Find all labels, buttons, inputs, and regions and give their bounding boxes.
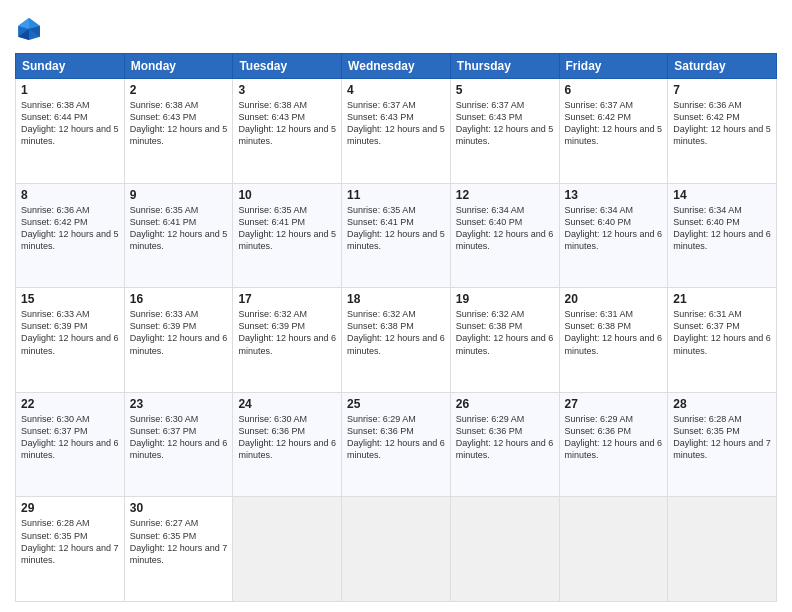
day-number: 16 bbox=[130, 292, 228, 306]
weekday-header-sunday: Sunday bbox=[16, 54, 125, 79]
calendar-cell: 26 Sunrise: 6:29 AMSunset: 6:36 PMDaylig… bbox=[450, 392, 559, 497]
calendar-cell bbox=[450, 497, 559, 602]
cell-content: Sunrise: 6:36 AMSunset: 6:42 PMDaylight:… bbox=[673, 99, 771, 148]
calendar-cell: 23 Sunrise: 6:30 AMSunset: 6:37 PMDaylig… bbox=[124, 392, 233, 497]
calendar-cell bbox=[668, 497, 777, 602]
weekday-header-saturday: Saturday bbox=[668, 54, 777, 79]
cell-content: Sunrise: 6:27 AMSunset: 6:35 PMDaylight:… bbox=[130, 517, 228, 566]
weekday-header-monday: Monday bbox=[124, 54, 233, 79]
calendar-cell: 29 Sunrise: 6:28 AMSunset: 6:35 PMDaylig… bbox=[16, 497, 125, 602]
week-row-2: 8 Sunrise: 6:36 AMSunset: 6:42 PMDayligh… bbox=[16, 183, 777, 288]
day-number: 6 bbox=[565, 83, 663, 97]
calendar-cell: 16 Sunrise: 6:33 AMSunset: 6:39 PMDaylig… bbox=[124, 288, 233, 393]
cell-content: Sunrise: 6:32 AMSunset: 6:38 PMDaylight:… bbox=[347, 308, 445, 357]
day-number: 9 bbox=[130, 188, 228, 202]
calendar-cell: 28 Sunrise: 6:28 AMSunset: 6:35 PMDaylig… bbox=[668, 392, 777, 497]
day-number: 20 bbox=[565, 292, 663, 306]
calendar-cell: 20 Sunrise: 6:31 AMSunset: 6:38 PMDaylig… bbox=[559, 288, 668, 393]
calendar-cell: 4 Sunrise: 6:37 AMSunset: 6:43 PMDayligh… bbox=[342, 79, 451, 184]
logo-icon bbox=[15, 15, 43, 43]
cell-content: Sunrise: 6:29 AMSunset: 6:36 PMDaylight:… bbox=[347, 413, 445, 462]
day-number: 1 bbox=[21, 83, 119, 97]
day-number: 8 bbox=[21, 188, 119, 202]
cell-content: Sunrise: 6:32 AMSunset: 6:38 PMDaylight:… bbox=[456, 308, 554, 357]
calendar-cell: 10 Sunrise: 6:35 AMSunset: 6:41 PMDaylig… bbox=[233, 183, 342, 288]
day-number: 23 bbox=[130, 397, 228, 411]
calendar-cell: 1 Sunrise: 6:38 AMSunset: 6:44 PMDayligh… bbox=[16, 79, 125, 184]
cell-content: Sunrise: 6:29 AMSunset: 6:36 PMDaylight:… bbox=[456, 413, 554, 462]
day-number: 26 bbox=[456, 397, 554, 411]
week-row-3: 15 Sunrise: 6:33 AMSunset: 6:39 PMDaylig… bbox=[16, 288, 777, 393]
calendar-cell: 25 Sunrise: 6:29 AMSunset: 6:36 PMDaylig… bbox=[342, 392, 451, 497]
calendar-cell: 22 Sunrise: 6:30 AMSunset: 6:37 PMDaylig… bbox=[16, 392, 125, 497]
day-number: 18 bbox=[347, 292, 445, 306]
cell-content: Sunrise: 6:37 AMSunset: 6:43 PMDaylight:… bbox=[456, 99, 554, 148]
cell-content: Sunrise: 6:36 AMSunset: 6:42 PMDaylight:… bbox=[21, 204, 119, 253]
cell-content: Sunrise: 6:34 AMSunset: 6:40 PMDaylight:… bbox=[456, 204, 554, 253]
day-number: 10 bbox=[238, 188, 336, 202]
calendar-cell: 5 Sunrise: 6:37 AMSunset: 6:43 PMDayligh… bbox=[450, 79, 559, 184]
calendar-cell: 24 Sunrise: 6:30 AMSunset: 6:36 PMDaylig… bbox=[233, 392, 342, 497]
day-number: 14 bbox=[673, 188, 771, 202]
logo bbox=[15, 15, 47, 43]
day-number: 2 bbox=[130, 83, 228, 97]
week-row-1: 1 Sunrise: 6:38 AMSunset: 6:44 PMDayligh… bbox=[16, 79, 777, 184]
calendar-cell: 9 Sunrise: 6:35 AMSunset: 6:41 PMDayligh… bbox=[124, 183, 233, 288]
calendar-header-row: SundayMondayTuesdayWednesdayThursdayFrid… bbox=[16, 54, 777, 79]
week-row-4: 22 Sunrise: 6:30 AMSunset: 6:37 PMDaylig… bbox=[16, 392, 777, 497]
weekday-header-wednesday: Wednesday bbox=[342, 54, 451, 79]
calendar-cell: 21 Sunrise: 6:31 AMSunset: 6:37 PMDaylig… bbox=[668, 288, 777, 393]
day-number: 28 bbox=[673, 397, 771, 411]
day-number: 4 bbox=[347, 83, 445, 97]
calendar-body: 1 Sunrise: 6:38 AMSunset: 6:44 PMDayligh… bbox=[16, 79, 777, 602]
day-number: 3 bbox=[238, 83, 336, 97]
calendar-cell bbox=[233, 497, 342, 602]
weekday-header-friday: Friday bbox=[559, 54, 668, 79]
calendar-cell: 18 Sunrise: 6:32 AMSunset: 6:38 PMDaylig… bbox=[342, 288, 451, 393]
cell-content: Sunrise: 6:38 AMSunset: 6:43 PMDaylight:… bbox=[238, 99, 336, 148]
cell-content: Sunrise: 6:38 AMSunset: 6:44 PMDaylight:… bbox=[21, 99, 119, 148]
calendar-cell bbox=[559, 497, 668, 602]
day-number: 21 bbox=[673, 292, 771, 306]
cell-content: Sunrise: 6:30 AMSunset: 6:37 PMDaylight:… bbox=[130, 413, 228, 462]
cell-content: Sunrise: 6:28 AMSunset: 6:35 PMDaylight:… bbox=[673, 413, 771, 462]
cell-content: Sunrise: 6:35 AMSunset: 6:41 PMDaylight:… bbox=[130, 204, 228, 253]
calendar-cell: 13 Sunrise: 6:34 AMSunset: 6:40 PMDaylig… bbox=[559, 183, 668, 288]
cell-content: Sunrise: 6:28 AMSunset: 6:35 PMDaylight:… bbox=[21, 517, 119, 566]
day-number: 15 bbox=[21, 292, 119, 306]
calendar-cell: 19 Sunrise: 6:32 AMSunset: 6:38 PMDaylig… bbox=[450, 288, 559, 393]
calendar-cell: 17 Sunrise: 6:32 AMSunset: 6:39 PMDaylig… bbox=[233, 288, 342, 393]
day-number: 19 bbox=[456, 292, 554, 306]
cell-content: Sunrise: 6:31 AMSunset: 6:37 PMDaylight:… bbox=[673, 308, 771, 357]
cell-content: Sunrise: 6:38 AMSunset: 6:43 PMDaylight:… bbox=[130, 99, 228, 148]
cell-content: Sunrise: 6:31 AMSunset: 6:38 PMDaylight:… bbox=[565, 308, 663, 357]
header bbox=[15, 15, 777, 43]
calendar-cell: 14 Sunrise: 6:34 AMSunset: 6:40 PMDaylig… bbox=[668, 183, 777, 288]
calendar-cell: 11 Sunrise: 6:35 AMSunset: 6:41 PMDaylig… bbox=[342, 183, 451, 288]
weekday-header-tuesday: Tuesday bbox=[233, 54, 342, 79]
calendar-cell: 7 Sunrise: 6:36 AMSunset: 6:42 PMDayligh… bbox=[668, 79, 777, 184]
day-number: 25 bbox=[347, 397, 445, 411]
cell-content: Sunrise: 6:32 AMSunset: 6:39 PMDaylight:… bbox=[238, 308, 336, 357]
calendar-cell: 30 Sunrise: 6:27 AMSunset: 6:35 PMDaylig… bbox=[124, 497, 233, 602]
day-number: 30 bbox=[130, 501, 228, 515]
calendar-cell: 6 Sunrise: 6:37 AMSunset: 6:42 PMDayligh… bbox=[559, 79, 668, 184]
day-number: 27 bbox=[565, 397, 663, 411]
page: SundayMondayTuesdayWednesdayThursdayFrid… bbox=[0, 0, 792, 612]
cell-content: Sunrise: 6:30 AMSunset: 6:37 PMDaylight:… bbox=[21, 413, 119, 462]
day-number: 29 bbox=[21, 501, 119, 515]
cell-content: Sunrise: 6:29 AMSunset: 6:36 PMDaylight:… bbox=[565, 413, 663, 462]
day-number: 12 bbox=[456, 188, 554, 202]
cell-content: Sunrise: 6:33 AMSunset: 6:39 PMDaylight:… bbox=[130, 308, 228, 357]
day-number: 22 bbox=[21, 397, 119, 411]
day-number: 11 bbox=[347, 188, 445, 202]
day-number: 5 bbox=[456, 83, 554, 97]
day-number: 7 bbox=[673, 83, 771, 97]
calendar-cell: 3 Sunrise: 6:38 AMSunset: 6:43 PMDayligh… bbox=[233, 79, 342, 184]
day-number: 13 bbox=[565, 188, 663, 202]
cell-content: Sunrise: 6:30 AMSunset: 6:36 PMDaylight:… bbox=[238, 413, 336, 462]
cell-content: Sunrise: 6:34 AMSunset: 6:40 PMDaylight:… bbox=[673, 204, 771, 253]
cell-content: Sunrise: 6:33 AMSunset: 6:39 PMDaylight:… bbox=[21, 308, 119, 357]
week-row-5: 29 Sunrise: 6:28 AMSunset: 6:35 PMDaylig… bbox=[16, 497, 777, 602]
calendar-cell: 8 Sunrise: 6:36 AMSunset: 6:42 PMDayligh… bbox=[16, 183, 125, 288]
